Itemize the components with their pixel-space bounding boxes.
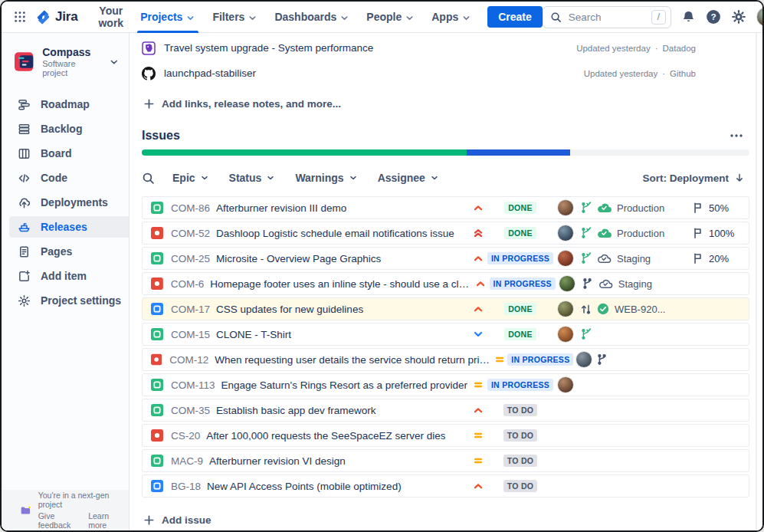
issue-row[interactable]: MAC-9Afterburner revision VI designTO DO [142, 449, 749, 472]
question-icon: ? [706, 9, 721, 25]
issue-key: COM-113 [171, 379, 215, 391]
add-issue-button[interactable]: Add issue [142, 511, 211, 529]
sidebar-item-board[interactable]: Board [2, 143, 129, 164]
search-input[interactable] [567, 11, 646, 24]
nav-projects[interactable]: Projects [132, 2, 204, 33]
create-button[interactable]: Create [487, 6, 543, 28]
code-icon [18, 172, 31, 185]
add-item-icon [18, 270, 31, 283]
board-icon [18, 147, 31, 160]
project-switcher[interactable]: Compass Software project [2, 33, 129, 89]
deployed-check-icon [597, 303, 609, 315]
priority-high-icon [472, 303, 484, 315]
issue-row[interactable]: CS-20After 100,000 requests the SeeSpace… [142, 424, 749, 447]
bug-issue-type-icon [151, 277, 163, 290]
scrollbar[interactable] [756, 33, 757, 530]
nav-people[interactable]: People [358, 2, 423, 33]
issue-row[interactable]: COM-113Engage Saturn's Rings Resort as a… [142, 373, 749, 396]
issue-title: New API Access Points (mobile optimized) [207, 481, 402, 492]
give-feedback-link[interactable]: Give feedback [38, 511, 80, 530]
assignee-avatar [559, 275, 575, 292]
issue-row[interactable]: COM-6Homepage footer uses an inline styl… [142, 272, 749, 295]
priority-low-icon [472, 328, 484, 340]
project-sidebar: Compass Software project Roadmap Backlog… [2, 33, 130, 530]
sidebar-item-project-settings[interactable]: Project settings [2, 290, 129, 311]
priority-high-icon [472, 252, 484, 264]
issue-title: CLONE - T-Shirt [216, 329, 291, 340]
issue-row[interactable]: COM-52Dashloop Logistic schedule email n… [142, 222, 749, 245]
release-progress-bar [142, 149, 749, 156]
status-badge: DONE [504, 328, 536, 340]
bug-issue-type-icon [151, 429, 163, 442]
priority-highest-icon [472, 227, 484, 239]
user-avatar[interactable] [756, 7, 764, 27]
jira-logo[interactable]: Jira [35, 9, 77, 25]
sidebar-item-releases[interactable]: Releases [9, 216, 129, 238]
assignee-avatar [557, 199, 574, 216]
help-button[interactable]: ? [706, 9, 721, 25]
chevron-down-icon [339, 13, 349, 23]
sidebar-item-add-item[interactable]: Add item [2, 265, 129, 287]
issue-key: COM-35 [171, 405, 210, 416]
issue-title: Engage Saturn's Rings Resort as a prefer… [221, 379, 468, 391]
branch-icon [582, 277, 594, 290]
issues-search-button[interactable] [142, 172, 155, 185]
staging-cloud-icon [597, 253, 612, 264]
linked-item-row[interactable]: launchpad-stabiliser Updated yesterday ·… [142, 61, 749, 86]
nav-filters[interactable]: Filters [204, 2, 266, 33]
sidebar-item-pages[interactable]: Pages [2, 241, 129, 262]
chevron-down-icon [200, 173, 209, 182]
issues-more-options-button[interactable] [726, 130, 746, 141]
progress-todo-segment [570, 149, 749, 156]
issue-row[interactable]: COM-25Microsite - Overview Page Graphics… [142, 247, 749, 270]
task-issue-type-icon [151, 303, 163, 315]
issue-row[interactable]: COM-35Establish basic app dev frameworkT… [142, 399, 749, 422]
status-badge: TO DO [503, 455, 538, 467]
nav-apps[interactable]: Apps [423, 2, 480, 33]
filter-epic[interactable]: Epic [172, 172, 209, 184]
nav-your-work[interactable]: Your work [90, 2, 132, 33]
filter-assignee[interactable]: Assignee [378, 172, 439, 184]
next-gen-note: You're in a next-gen project [38, 491, 121, 509]
issue-key: BG-18 [171, 481, 201, 492]
sidebar-item-code[interactable]: Code [2, 167, 129, 189]
sidebar-item-roadmap[interactable]: Roadmap [2, 94, 129, 115]
linked-item-row[interactable]: Travel system upgrade - System performan… [142, 35, 749, 61]
issue-row[interactable]: COM-86Afterburner revision III demoDONEP… [142, 196, 749, 219]
datadog-icon [142, 41, 156, 55]
sidebar-item-deployments[interactable]: Deployments [2, 192, 129, 213]
staging-cloud-icon [598, 278, 613, 289]
issue-row[interactable]: COM-12When requesting user details the s… [142, 348, 749, 371]
filter-status[interactable]: Status [229, 172, 276, 184]
sort-deployment-button[interactable]: Sort: Deployment [638, 172, 749, 185]
priority-high-icon [472, 404, 484, 416]
settings-gear-icon [18, 294, 31, 307]
flag-icon [692, 252, 703, 264]
learn-more-link[interactable]: Learn more [88, 511, 121, 530]
issue-key: COM-52 [171, 228, 210, 239]
sidebar-footer: You're in a next-gen project Give feedba… [2, 490, 129, 530]
assignee-avatar [557, 326, 574, 343]
assignee-avatar [557, 250, 574, 267]
linked-item-meta: Updated yesterday · Github [584, 69, 696, 78]
branch-check-icon [580, 202, 592, 214]
priority-medium-icon [472, 429, 484, 442]
sidebar-item-backlog[interactable]: Backlog [2, 118, 129, 140]
add-links-button[interactable]: Add links, release notes, and more... [142, 94, 341, 113]
story-issue-type-icon [151, 379, 163, 391]
settings-button[interactable] [731, 9, 746, 25]
project-avatar-icon [15, 52, 34, 71]
app-switcher-icon[interactable] [9, 6, 31, 28]
issue-row[interactable]: COM-17CSS updates for new guidelinesDONE… [142, 297, 749, 320]
environment-label: Staging [618, 278, 652, 290]
notifications-button[interactable] [681, 10, 696, 25]
status-badge: IN PROGRESS [487, 252, 553, 264]
issue-row[interactable]: BG-18New API Access Points (mobile optim… [142, 475, 749, 498]
bell-icon [681, 10, 696, 25]
issue-row[interactable]: COM-15CLONE - T-ShirtDONE [142, 323, 749, 346]
filter-warnings[interactable]: Warnings [295, 172, 357, 184]
production-cloud-icon [597, 202, 612, 213]
chevron-down-icon [266, 173, 275, 182]
issues-filter-bar: Epic Status Warnings Assignee Sort: Depl… [142, 166, 749, 189]
nav-dashboards[interactable]: Dashboards [266, 2, 358, 33]
